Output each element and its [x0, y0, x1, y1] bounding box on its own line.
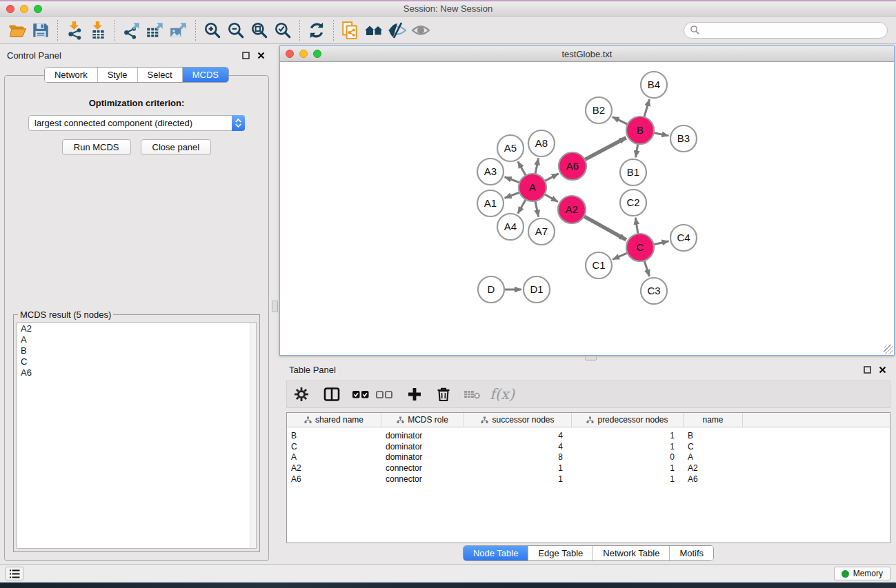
graph-edge[interactable]	[505, 177, 520, 183]
cell-name[interactable]: B	[684, 431, 743, 440]
cell-name[interactable]: A	[684, 452, 743, 462]
table-settings-icon[interactable]	[291, 384, 312, 405]
graph-edge[interactable]	[518, 161, 526, 175]
task-history-button[interactable]	[6, 567, 23, 580]
divider-grip[interactable]	[272, 301, 278, 312]
column-header-name[interactable]: name	[684, 413, 743, 427]
column-header-predecessor-nodes[interactable]: predecessor nodes	[572, 413, 684, 427]
float-panel-icon[interactable]	[241, 50, 251, 61]
graph-edge[interactable]	[518, 199, 526, 213]
tab-mcds[interactable]: MCDS	[182, 68, 228, 82]
list-item[interactable]: A2	[17, 323, 256, 334]
save-session-icon[interactable]	[29, 19, 52, 41]
table-row[interactable]: B dominator 4 1 B	[287, 430, 890, 441]
graph-edge[interactable]	[544, 194, 558, 202]
graph-edge[interactable]	[505, 192, 520, 198]
cell-shared-name[interactable]: A	[287, 452, 381, 462]
panel-divider[interactable]	[270, 44, 279, 564]
tab-select[interactable]: Select	[137, 68, 182, 82]
cell-shared-name[interactable]: C	[287, 442, 381, 452]
column-header-shared-name[interactable]: shared name	[287, 413, 381, 427]
cell-successor-nodes[interactable]: 1	[464, 474, 572, 484]
graph-edge[interactable]	[535, 159, 539, 174]
cell-predecessor-nodes[interactable]: 1	[572, 442, 684, 452]
tab-motifs[interactable]: Motifs	[669, 546, 713, 560]
network-canvas[interactable]: AA1A2A3A4A5A6A7A8BB1B2B3B4CC1C2C3C4DD1	[280, 62, 894, 355]
list-item[interactable]: C	[17, 356, 256, 367]
cell-successor-nodes[interactable]: 4	[464, 442, 572, 452]
add-column-icon[interactable]	[404, 384, 425, 405]
duplicate-network-icon[interactable]	[339, 19, 362, 41]
refresh-icon[interactable]	[305, 19, 328, 41]
cell-mcds-role[interactable]: dominator	[381, 431, 464, 440]
cell-mcds-role[interactable]: connector	[381, 474, 464, 484]
graph-edge[interactable]	[545, 174, 559, 181]
search-input[interactable]	[704, 26, 882, 35]
list-item[interactable]: B	[17, 345, 256, 356]
close-panel-icon[interactable]	[877, 365, 888, 375]
close-panel-button[interactable]: Close panel	[141, 139, 212, 155]
graph-edge[interactable]	[635, 218, 638, 234]
cell-predecessor-nodes[interactable]: 1	[572, 463, 684, 473]
graph-edge[interactable]	[636, 144, 638, 158]
divider-grip[interactable]	[585, 356, 597, 361]
tab-style[interactable]: Style	[97, 68, 137, 82]
graph-edge[interactable]	[654, 241, 669, 245]
list-item[interactable]: A	[17, 334, 256, 345]
list-item[interactable]: A6	[17, 367, 256, 378]
zoom-in-icon[interactable]	[201, 19, 224, 41]
table-row[interactable]: A2 connector 1 1 A2	[287, 463, 890, 474]
cell-name[interactable]: A2	[684, 463, 743, 473]
show-graphics-details-icon[interactable]	[409, 19, 432, 41]
tab-node-table[interactable]: Node Table	[464, 546, 528, 560]
search-box[interactable]	[684, 22, 888, 39]
tab-network[interactable]: Network	[45, 68, 97, 82]
zoom-selected-icon[interactable]	[271, 19, 295, 41]
horizontal-divider[interactable]	[279, 356, 896, 361]
cell-name[interactable]: A6	[684, 474, 743, 484]
cell-shared-name[interactable]: A2	[287, 463, 381, 473]
function-builder-icon[interactable]: f(x)	[490, 386, 515, 403]
float-panel-icon[interactable]	[862, 365, 873, 375]
cell-mcds-role[interactable]: dominator	[381, 442, 464, 452]
graph-edge[interactable]	[644, 261, 649, 276]
toggle-column-view-icon[interactable]	[321, 384, 342, 405]
zoom-out-icon[interactable]	[224, 19, 248, 41]
run-mcds-button[interactable]: Run MCDS	[62, 139, 131, 155]
cell-successor-nodes[interactable]: 4	[464, 431, 572, 440]
deselect-all-rows-icon[interactable]	[374, 384, 395, 405]
cell-predecessor-nodes[interactable]: 1	[572, 431, 684, 440]
tab-network-table[interactable]: Network Table	[593, 546, 669, 560]
cell-successor-nodes[interactable]: 1	[464, 463, 572, 473]
delete-table-icon[interactable]	[462, 384, 483, 405]
select-all-rows-icon[interactable]	[350, 384, 371, 405]
hide-graphics-details-icon[interactable]	[386, 19, 409, 41]
cell-successor-nodes[interactable]: 8	[464, 452, 572, 462]
open-session-icon[interactable]	[6, 19, 29, 41]
cell-predecessor-nodes[interactable]: 0	[572, 452, 684, 462]
cell-mcds-role[interactable]: dominator	[381, 452, 464, 462]
window-resize-grip-icon[interactable]	[884, 345, 893, 354]
export-network-icon[interactable]	[120, 19, 143, 41]
table-row[interactable]: C dominator 4 1 C	[287, 441, 890, 452]
export-table-icon[interactable]	[143, 19, 167, 41]
table-row[interactable]: A dominator 8 0 A	[287, 452, 890, 463]
delete-column-icon[interactable]	[433, 384, 454, 405]
import-network-icon[interactable]	[63, 19, 86, 41]
table-row[interactable]: A6 connector 1 1 A6	[287, 474, 890, 485]
export-image-icon[interactable]	[167, 19, 190, 41]
cell-shared-name[interactable]: B	[287, 431, 381, 440]
column-header-successor-nodes[interactable]: successor nodes	[464, 413, 572, 427]
graph-edge[interactable]	[584, 216, 626, 240]
mcds-result-list[interactable]: A2 A B C A6	[17, 322, 257, 549]
graph-edge[interactable]	[535, 201, 539, 217]
import-table-icon[interactable]	[86, 19, 110, 41]
graph-edge[interactable]	[613, 117, 628, 125]
zoom-fit-icon[interactable]	[248, 19, 271, 41]
network-overview-icon[interactable]	[362, 19, 386, 41]
cell-shared-name[interactable]: A6	[287, 474, 381, 484]
scrollbar-track[interactable]	[250, 323, 256, 548]
memory-button[interactable]: Memory	[834, 567, 890, 580]
tab-edge-table[interactable]: Edge Table	[528, 546, 593, 560]
cell-predecessor-nodes[interactable]: 1	[572, 474, 684, 484]
